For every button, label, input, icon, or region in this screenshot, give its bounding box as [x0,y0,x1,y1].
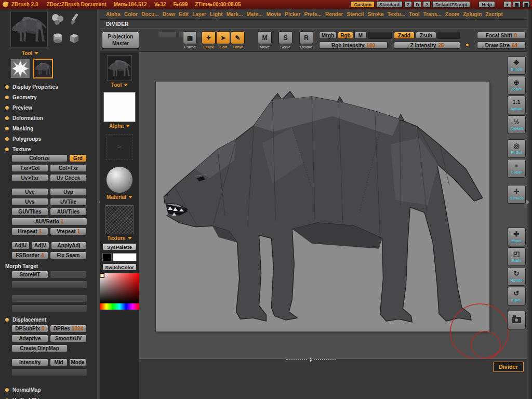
set-pivot-button[interactable]: ✛ S.Pivot [507,185,526,204]
draw-button[interactable]: ✎ Draw [231,31,245,49]
saturation-value-area[interactable] [100,273,139,303]
aahalf-button[interactable]: ½ AAHalf [507,115,526,134]
txr-to-col-button[interactable]: Txr>Col [11,164,48,172]
tray-texture-dropdown[interactable]: Texture [107,235,131,241]
menu-draw[interactable]: Draw [163,11,175,17]
brush-tool-icon[interactable] [66,11,82,28]
menu-zplugin[interactable]: Zplugin [463,11,482,17]
rotate-button[interactable]: R Rotate [299,31,313,49]
uv-to-txr-button[interactable]: Uv>Txr [11,174,48,182]
scale-button[interactable]: S Scale [278,31,292,49]
fsborder-slider[interactable]: FSBorder 4 [11,251,48,259]
menu-tool[interactable]: Tool [409,11,419,17]
adaptive-button[interactable]: Adaptive [11,335,48,342]
menu-alpha[interactable]: Alpha [106,11,121,17]
menu-stroke[interactable]: Stroke [367,11,383,17]
color-picker-marker[interactable] [100,274,104,277]
section-texture[interactable]: Texture [5,144,96,154]
section-preview[interactable]: Preview [5,102,96,113]
adju-button[interactable]: AdjU [11,242,30,249]
zoom-button[interactable]: ⊕ Zoom [507,76,526,95]
quick-button[interactable]: ✦ Quick [202,31,216,49]
section-displacement[interactable]: Displacement [5,314,96,325]
creature-tool-thumbnail[interactable] [33,59,53,78]
scroll-button[interactable]: ✥ Scroll [507,56,526,75]
main-color-swatch[interactable] [113,253,137,261]
fix-seam-button[interactable]: Fix Seam [50,251,87,259]
create-dispmap-button[interactable]: Create DispMap [11,344,68,352]
z-button[interactable]: Z [404,1,412,8]
texture-thumbnail[interactable] [105,205,134,234]
spin-button[interactable]: ↺ Spin [507,287,526,305]
menu-render[interactable]: Render [325,11,343,17]
menu-material[interactable]: Mate... [247,11,263,17]
rgb-intensity-slider[interactable]: Rgb Intensity 100 [319,42,388,49]
actual-size-button[interactable]: 1:1 Actual [507,96,526,114]
menu-zoom[interactable]: Zoom [445,11,459,17]
tray-tool-thumbnail[interactable] [107,55,132,81]
tool-dropdown[interactable]: Tool [22,50,38,56]
z-intensity-slider[interactable]: Z Intensity 25 [394,42,460,49]
section-polygroups[interactable]: Polygroups [5,134,96,144]
menu-edit[interactable]: Edit [179,11,189,17]
rotate-3d-button[interactable]: ↻ Rotate [507,267,526,286]
menu-picker[interactable]: Picker [285,11,300,17]
section-normalmap[interactable]: NormalMap [5,384,96,395]
tray-tool-dropdown[interactable]: Tool [111,82,128,88]
alpha-thumbnail[interactable] [103,92,136,122]
scale-3d-button[interactable]: ◰ Scale [507,247,526,266]
draw-size-slider[interactable]: Draw Size 64 [477,42,526,49]
menu-stencil[interactable]: Stencil [347,11,364,17]
col-to-txr-button[interactable]: Col>Txr [50,164,87,172]
guvtiles-button[interactable]: GUVTiles [11,208,48,216]
rgb-button[interactable]: Rgb [338,32,353,39]
syspalette-button[interactable]: SysPalette [102,243,137,250]
sphere-tool-icon[interactable] [50,11,65,28]
mode-button[interactable]: Mode [69,358,86,366]
edit-button[interactable]: ➤ Edit [216,31,230,49]
move-3d-button[interactable]: ✚ Move [507,228,526,246]
menu-movie[interactable]: Movie [267,11,281,17]
secondary-color-swatch[interactable] [102,253,112,261]
menu-document[interactable]: Docu... [141,11,158,17]
projection-master-button[interactable]: Projection Master [102,32,139,49]
section-masking[interactable]: Masking [5,123,96,134]
section-deformation[interactable]: Deformation [5,113,96,123]
mid-button[interactable]: Mid [50,358,68,366]
frame-button[interactable]: ▦ Frame [183,31,197,49]
d-button[interactable]: D [414,1,421,8]
help-question-button[interactable]: ? [423,1,431,8]
cylinder-tool-icon[interactable] [50,30,65,46]
help-button[interactable]: Help [478,1,495,8]
collapse-arrow-icon[interactable] [526,200,532,205]
auvratio-slider[interactable]: AUVRatio 1 [11,218,87,225]
menu-layer[interactable]: Layer [192,11,206,17]
color-picker[interactable] [100,273,139,310]
star-tool-thumbnail[interactable] [10,59,30,78]
menu-texture[interactable]: Textu... [388,11,405,17]
section-unified-skin[interactable]: Unified Skin [5,395,96,399]
colorize-button[interactable]: Colorize [11,154,68,162]
cube-tool-icon[interactable] [66,30,82,46]
auvtiles-button[interactable]: AUVTiles [50,208,87,216]
right-edge-divider[interactable] [527,9,532,399]
m-button[interactable]: M [354,32,367,39]
standard-ui-button[interactable]: Standard [376,1,403,8]
intensity-button[interactable]: Intensity [11,358,48,366]
hue-strip[interactable] [100,303,139,310]
point-selection-button[interactable]: ◎ Pt Sel [507,139,526,158]
smoothuv-button[interactable]: SmoothUV [50,335,87,342]
move-button[interactable]: M Move [258,31,272,49]
custom-ui-button[interactable]: Custom [351,1,375,8]
draw-size-dot-icon[interactable] [466,43,469,47]
dpsubpix-slider[interactable]: DPSubPix 0 [11,325,48,332]
tray-alpha-dropdown[interactable]: Alpha [109,123,130,129]
local-button[interactable]: ● Local [507,159,526,178]
grd-button[interactable]: Grd [69,154,87,162]
vrepeat-slider[interactable]: Vrepeat 1 [50,228,87,235]
grid-view-icon[interactable]: ▦ [522,1,530,8]
adjv-button[interactable]: AdjV [31,242,49,249]
panel-divider[interactable] [96,9,100,399]
zsub-button[interactable]: Zsub [416,32,436,39]
morph-target-header[interactable]: Morph Target [5,261,96,271]
